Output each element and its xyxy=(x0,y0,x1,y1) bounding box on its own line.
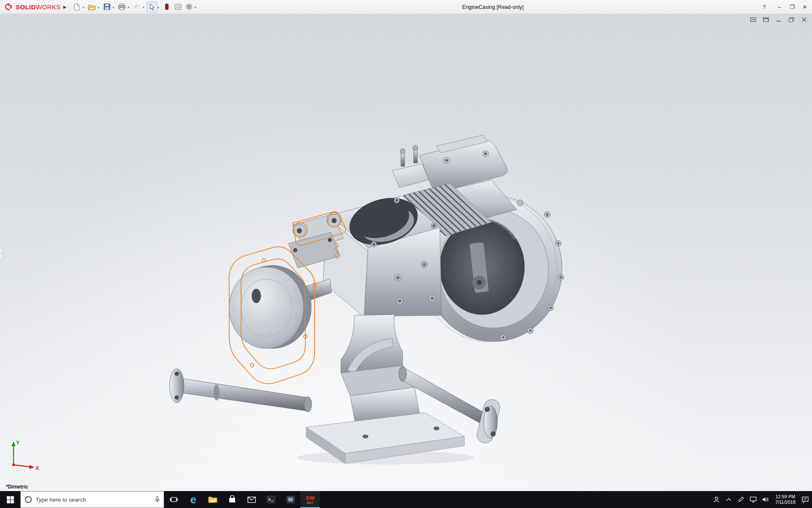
notification-icon xyxy=(802,497,809,503)
triad-origin-dot xyxy=(12,464,15,466)
cortana-icon xyxy=(25,496,32,503)
undo-icon: ↶ xyxy=(134,3,140,11)
solidworks-app-button[interactable]: SW 2017 xyxy=(300,491,320,508)
maximize-button[interactable]: ❐ xyxy=(786,0,798,14)
clock-date: 7/11/2018 xyxy=(775,500,796,505)
graphics-viewport[interactable]: Y X *Dimetric ‹ xyxy=(0,14,812,491)
appearance-button[interactable] xyxy=(162,2,172,12)
people-button[interactable] xyxy=(710,491,723,508)
open-button[interactable] xyxy=(87,2,97,12)
solidworks-logo: SOLIDWORKS xyxy=(0,3,61,11)
appearance-icon xyxy=(165,3,169,10)
clutch-cover-assembly xyxy=(229,214,343,348)
gear-icon xyxy=(186,3,192,10)
mounting-stand xyxy=(297,315,475,464)
file-explorer-button[interactable] xyxy=(203,491,222,508)
app-icon xyxy=(286,496,295,503)
print-dropdown-caret[interactable]: ▾ xyxy=(128,6,129,9)
brand-text: SOLIDWORKS xyxy=(16,3,61,11)
volume-button[interactable] xyxy=(760,491,772,508)
chevron-up-icon xyxy=(726,498,731,501)
minimize-button[interactable]: – xyxy=(773,0,786,14)
view-orientation-label: *Dimetric xyxy=(6,484,28,490)
new-dropdown-caret[interactable]: ▾ xyxy=(82,6,84,9)
pen-icon xyxy=(738,497,744,502)
network-icon xyxy=(750,497,757,502)
taskbar-apps: e xyxy=(164,491,320,508)
app-button[interactable] xyxy=(281,491,300,508)
start-button[interactable] xyxy=(0,491,20,508)
doc-window-button[interactable] xyxy=(762,17,770,23)
store-bag-icon xyxy=(228,495,236,504)
options-button[interactable] xyxy=(184,2,194,12)
triad-x-label: X xyxy=(36,465,39,471)
triad-y-label: Y xyxy=(16,440,19,446)
taskbar-clock[interactable]: 12:59 PM 7/11/2018 xyxy=(772,491,799,508)
taskbar-search[interactable] xyxy=(20,491,164,508)
volume-icon xyxy=(762,497,769,502)
select-arrow-icon xyxy=(149,3,155,11)
open-dropdown-caret[interactable]: ▾ xyxy=(98,6,99,9)
document-title: EngineCasing [Read-only] xyxy=(462,0,524,14)
network-button[interactable] xyxy=(747,491,760,508)
featuremanager-flyout-tab[interactable]: ‹ xyxy=(0,248,3,259)
taskbar: e xyxy=(0,491,812,508)
design-table-icon xyxy=(175,4,181,10)
microphone-icon[interactable] xyxy=(155,496,160,503)
edge-button[interactable]: e xyxy=(184,491,203,508)
doc-close-button[interactable] xyxy=(800,17,808,23)
quick-toolbar: ▾ ▾ ▾ ▾ ↶ ▾ ▾ xyxy=(71,2,198,12)
console-icon xyxy=(267,496,275,503)
window-controls: ? – ❐ ✕ xyxy=(758,0,811,14)
save-dropdown-caret[interactable]: ▾ xyxy=(112,6,114,9)
person-icon xyxy=(713,496,720,503)
system-tray: 12:59 PM 7/11/2018 xyxy=(710,491,812,508)
titlebar: SOLIDWORKS ▶ ▾ ▾ ▾ ▾ ↶ ▾ ▾ xyxy=(0,0,812,14)
print-button[interactable] xyxy=(117,2,127,12)
select-tool-button[interactable] xyxy=(147,2,157,12)
task-view-icon xyxy=(170,495,178,504)
undo-dropdown-caret[interactable]: ▾ xyxy=(143,6,144,9)
action-center-button[interactable] xyxy=(799,491,811,508)
search-input[interactable] xyxy=(36,497,151,503)
options-dropdown-caret[interactable]: ▾ xyxy=(195,6,196,9)
store-button[interactable] xyxy=(222,491,242,508)
engine-casing-model[interactable] xyxy=(166,116,572,476)
save-button[interactable] xyxy=(102,2,112,12)
origin-triad[interactable]: Y X xyxy=(8,439,41,472)
help-button[interactable]: ? xyxy=(758,0,771,14)
toolbar-flyout-arrow[interactable]: ▶ xyxy=(63,5,67,9)
undo-button[interactable]: ↶ xyxy=(132,2,142,12)
console-button[interactable] xyxy=(261,491,281,508)
task-view-button[interactable] xyxy=(164,491,184,508)
close-button[interactable]: ✕ xyxy=(798,0,811,14)
show-hidden-icons-button[interactable] xyxy=(723,491,735,508)
triad-y-arrow[interactable] xyxy=(11,442,16,446)
pen-settings-button[interactable] xyxy=(735,491,747,508)
ds-logo-icon xyxy=(4,3,14,11)
solidworks-app-icon: SW 2017 xyxy=(306,495,315,504)
doc-minimize-button[interactable] xyxy=(775,17,782,23)
clock-time: 12:59 PM xyxy=(775,494,795,500)
select-dropdown-caret[interactable]: ▾ xyxy=(158,6,159,9)
windows-logo-icon xyxy=(7,496,14,503)
document-window-controls xyxy=(749,17,808,23)
mail-icon xyxy=(247,497,256,503)
folder-icon xyxy=(208,496,217,503)
new-document-button[interactable] xyxy=(71,2,82,12)
edge-icon: e xyxy=(190,494,196,505)
design-table-button[interactable] xyxy=(173,2,183,12)
triad-x-arrow[interactable] xyxy=(29,465,34,469)
mail-button[interactable] xyxy=(242,491,261,508)
doc-tile-window-button[interactable] xyxy=(749,17,757,23)
doc-restore-button[interactable] xyxy=(787,17,795,23)
